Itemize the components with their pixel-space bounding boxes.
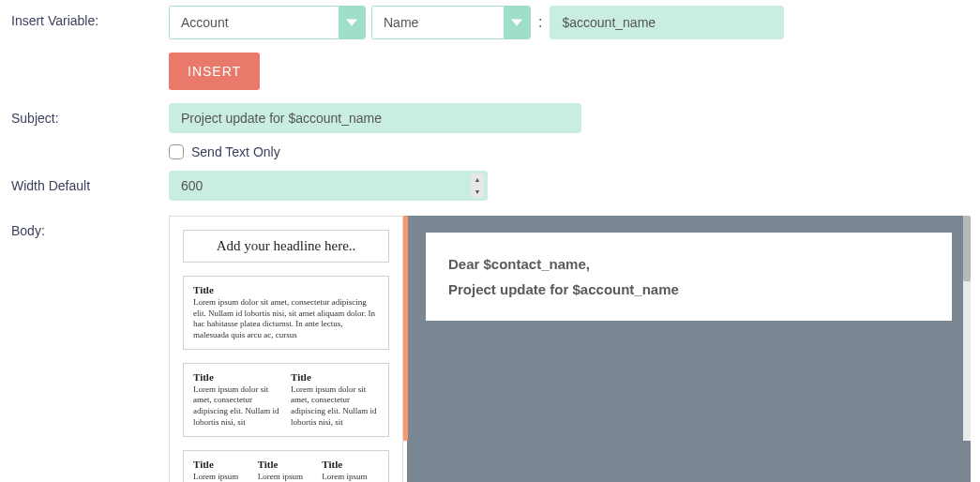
width-default-value: 600 [181, 178, 471, 193]
chevron-down-icon[interactable]: ▼ [471, 186, 484, 198]
insert-variable-label: Insert Variable: [0, 6, 169, 28]
preview-card[interactable]: Dear $contact_name, Project update for $… [426, 233, 952, 321]
module-select-value: Account [170, 7, 339, 38]
template-text: Lorem ipsum dolor sit amet, consectetur … [193, 384, 281, 429]
insert-button[interactable]: INSERT [169, 53, 260, 90]
send-text-only-label: Send Text Only [191, 144, 280, 159]
template-text: Lorem ipsum dolor sit amet, consectetur … [193, 472, 250, 483]
variable-colon: : [536, 14, 544, 31]
template-title: Title [193, 371, 281, 383]
chevron-down-icon [339, 7, 365, 38]
module-select[interactable]: Account [169, 6, 366, 39]
template-three-column[interactable]: Title Lorem ipsum dolor sit amet, consec… [183, 450, 389, 483]
template-text: Lorem ipsum dolor sit amet, consectetur … [291, 384, 379, 429]
template-title: Title [322, 459, 379, 470]
variable-display: $account_name [550, 6, 784, 39]
field-select-value: Name [372, 7, 504, 38]
send-text-only-checkbox[interactable] [169, 144, 184, 159]
template-title: Title [193, 459, 250, 470]
preview-background: Dear $contact_name, Project update for $… [407, 216, 971, 482]
subject-label: Subject: [0, 103, 169, 126]
preview-accent-bar [403, 216, 408, 441]
width-default-input[interactable]: 600 ▲ ▼ [169, 171, 488, 201]
width-default-label: Width Default [0, 171, 169, 193]
template-text: Lorem ipsum dolor sit amet, consectetur … [258, 472, 315, 483]
template-headline[interactable]: Add your headline here.. [183, 230, 389, 263]
preview-line-2: Project update for $account_name [448, 277, 929, 302]
template-title: Title [258, 459, 315, 470]
template-text: Lorem ipsum dolor sit amet, consectetur … [322, 472, 379, 483]
templates-panel: Add your headline here.. Title Lorem ips… [169, 216, 403, 482]
template-title: Title [291, 371, 379, 383]
subject-input[interactable] [169, 103, 581, 133]
template-two-column[interactable]: Title Lorem ipsum dolor sit amet, consec… [183, 363, 389, 437]
chevron-up-icon[interactable]: ▲ [471, 173, 484, 186]
template-text: Lorem ipsum dolor sit amet, consectetur … [193, 297, 379, 341]
scrollbar-thumb[interactable] [963, 216, 971, 281]
template-single-column[interactable]: Title Lorem ipsum dolor sit amet, consec… [183, 276, 389, 350]
preview-panel: Dear $contact_name, Project update for $… [403, 216, 971, 482]
body-label: Body: [0, 216, 169, 238]
template-title: Title [193, 284, 379, 295]
preview-line-1: Dear $contact_name, [448, 251, 929, 277]
field-select[interactable]: Name [371, 6, 531, 39]
chevron-down-icon [504, 7, 530, 38]
